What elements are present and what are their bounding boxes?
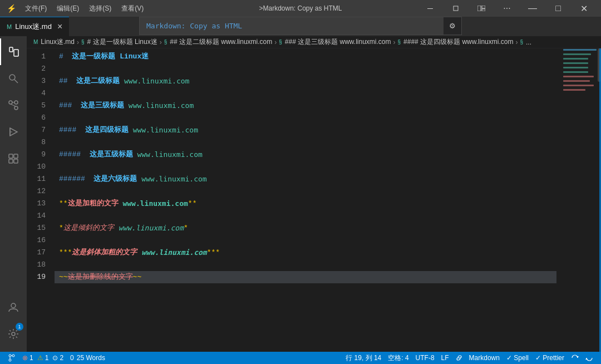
activity-source-control[interactable] bbox=[0, 92, 27, 119]
strike-marker-close-19: ~~ bbox=[133, 272, 142, 283]
line-num-4: 4 bbox=[27, 87, 50, 100]
titlebar: ⚡ 文件(F) 编辑(E) 选择(S) 查看(V) >Markdown: Cop… bbox=[0, 0, 601, 17]
tab-close-button[interactable]: × bbox=[57, 22, 62, 31]
svg-rect-17 bbox=[9, 154, 13, 158]
minimap-line-11 bbox=[563, 71, 588, 73]
h1-text: 这是一级标题 Linux迷 bbox=[63, 51, 149, 63]
url-17: www.linuxmi.com bbox=[141, 247, 206, 259]
restore-button[interactable] bbox=[443, 0, 469, 17]
code-line-7: #### 这是四级标题 www.linuxmi.com bbox=[55, 124, 556, 136]
status-sync1[interactable] bbox=[568, 352, 582, 364]
h2-text: 这是二级标题 bbox=[68, 76, 124, 87]
close-win-button[interactable]: ✕ bbox=[571, 0, 597, 17]
hash-3: ## bbox=[59, 76, 68, 87]
language-label: Markdown bbox=[469, 354, 500, 362]
menu-edit[interactable]: 编辑(E) bbox=[52, 3, 83, 14]
minimize-button[interactable] bbox=[417, 0, 443, 17]
breadcrumb-item-more[interactable]: § ... bbox=[520, 38, 531, 46]
minimap-line-13 bbox=[563, 76, 594, 77]
svg-rect-3 bbox=[482, 6, 485, 8]
line-num-3: 3 bbox=[27, 75, 50, 87]
breadcrumb-item-h2[interactable]: § ## 这是二级标题 www.linuxmi.com bbox=[164, 37, 273, 47]
hash-7: #### bbox=[59, 125, 76, 136]
minimap-line-3 bbox=[563, 53, 591, 55]
status-link-icon[interactable] bbox=[452, 352, 466, 364]
breadcrumb-item-h3[interactable]: § ### 这是三级标题 www.linuxmi.com bbox=[279, 37, 391, 47]
code-line-8 bbox=[55, 136, 556, 149]
spaces-label: 空格: 4 bbox=[388, 353, 408, 363]
code-line-15: * 这是倾斜的文字 www.linuxmi.com * bbox=[55, 222, 556, 234]
status-prettier[interactable]: ✓ Prettier bbox=[532, 352, 568, 364]
breadcrumb-file-icon: M bbox=[33, 39, 38, 45]
svg-rect-4 bbox=[482, 9, 485, 11]
code-content[interactable]: # 这是一级标题 Linux迷 ## 这是二级标题 www.linuxmi.co… bbox=[55, 48, 556, 352]
status-sync2[interactable] bbox=[582, 352, 597, 364]
status-errors[interactable]: ⊗ 1 ⚠ 1 ⊙ 2 bbox=[19, 352, 67, 364]
breadcrumb-item-file[interactable]: M Linux迷.md bbox=[33, 37, 75, 47]
status-line-ending[interactable]: LF bbox=[438, 352, 452, 364]
svg-rect-6 bbox=[14, 50, 18, 56]
minimap-line-7 bbox=[563, 62, 588, 64]
breadcrumb-sep-1: › bbox=[77, 38, 79, 46]
activity-bar: 1 bbox=[0, 36, 27, 352]
activity-run[interactable] bbox=[0, 119, 27, 145]
svg-rect-19 bbox=[9, 159, 13, 163]
svg-rect-18 bbox=[14, 154, 18, 158]
url-9: www.linuxmi.com bbox=[137, 149, 202, 161]
svg-point-11 bbox=[14, 101, 18, 104]
tab-label: Linux迷.md bbox=[15, 22, 52, 32]
code-line-2 bbox=[55, 63, 556, 75]
menu-view[interactable]: 查看(V) bbox=[117, 3, 148, 14]
status-git[interactable] bbox=[4, 352, 19, 364]
menu-select[interactable]: 选择(S) bbox=[85, 3, 116, 14]
minimize-win-button[interactable]: — bbox=[520, 0, 545, 17]
url-15: www.linuxmi.com bbox=[119, 223, 184, 234]
hash-1: # bbox=[59, 51, 63, 63]
breadcrumb-sep-5: › bbox=[515, 38, 518, 46]
menu-file[interactable]: 文件(F) bbox=[21, 3, 51, 14]
url-11: www.linuxmi.com bbox=[141, 174, 206, 185]
code-line-14 bbox=[55, 210, 556, 222]
layout-button[interactable] bbox=[469, 0, 494, 17]
tab-linux-mi[interactable]: M Linux迷.md × bbox=[0, 17, 69, 36]
status-encoding[interactable]: UTF-8 bbox=[412, 352, 438, 364]
bold-marker-open-13: ** bbox=[59, 198, 68, 210]
activity-search[interactable] bbox=[0, 65, 27, 92]
line-ending-label: LF bbox=[441, 354, 449, 362]
h5-text: 这是五级标题 bbox=[81, 149, 137, 161]
line-num-9: 9 bbox=[27, 149, 50, 161]
status-spell[interactable]: ✓ Spell bbox=[503, 352, 532, 364]
breadcrumb-more-label: ... bbox=[526, 38, 531, 46]
url-7: www.linuxmi.com bbox=[133, 125, 198, 136]
breadcrumb-item-h1[interactable]: § # 这是一级标题 Linux迷 bbox=[81, 37, 157, 47]
code-line-17: *** 这是斜体加粗的文字 www.linuxmi.com *** bbox=[55, 247, 556, 259]
h6-text: 这是六级标题 bbox=[85, 174, 141, 185]
status-spaces[interactable]: 空格: 4 bbox=[385, 352, 412, 364]
status-language[interactable]: Markdown bbox=[466, 352, 503, 364]
url-5: www.linuxmi.com bbox=[129, 100, 194, 112]
breadcrumb-item-h4[interactable]: § #### 这是四级标题 www.linuxmi.com bbox=[398, 37, 514, 47]
maximize-win-button[interactable]: □ bbox=[545, 0, 571, 17]
command-gear-icon[interactable]: ⚙ bbox=[444, 18, 461, 33]
activity-settings[interactable]: 1 bbox=[0, 321, 27, 347]
code-line-1: # 这是一级标题 Linux迷 bbox=[55, 51, 556, 63]
status-words[interactable]: 0 25 Words bbox=[67, 352, 109, 364]
svg-rect-5 bbox=[9, 47, 13, 52]
line-num-18: 18 bbox=[27, 259, 50, 271]
words-label: 0 bbox=[70, 354, 74, 362]
more-button[interactable]: ··· bbox=[494, 0, 520, 17]
tab-file-icon: M bbox=[7, 23, 12, 30]
breadcrumb-h3-label: ### 这是三级标题 www.linuxmi.com bbox=[285, 37, 391, 47]
line-num-8: 8 bbox=[27, 136, 50, 149]
h3-text: 这是三级标题 bbox=[72, 100, 128, 112]
bolditalic-text-17: 这是斜体加粗的文字 bbox=[72, 247, 141, 259]
italic-marker-close-15: * bbox=[184, 223, 188, 234]
command-input[interactable] bbox=[140, 17, 444, 35]
code-editor[interactable]: 1 2 3 4 5 6 7 8 9 10 11 12 13 14 15 16 1… bbox=[27, 48, 601, 352]
activity-extensions[interactable] bbox=[0, 145, 27, 172]
prettier-label: ✓ Prettier bbox=[535, 354, 564, 362]
activity-account[interactable] bbox=[0, 294, 27, 321]
status-position[interactable]: 行 19, 列 14 bbox=[342, 352, 385, 364]
activity-explorer[interactable] bbox=[0, 38, 27, 65]
window-controls: ··· — □ ✕ bbox=[417, 0, 597, 17]
